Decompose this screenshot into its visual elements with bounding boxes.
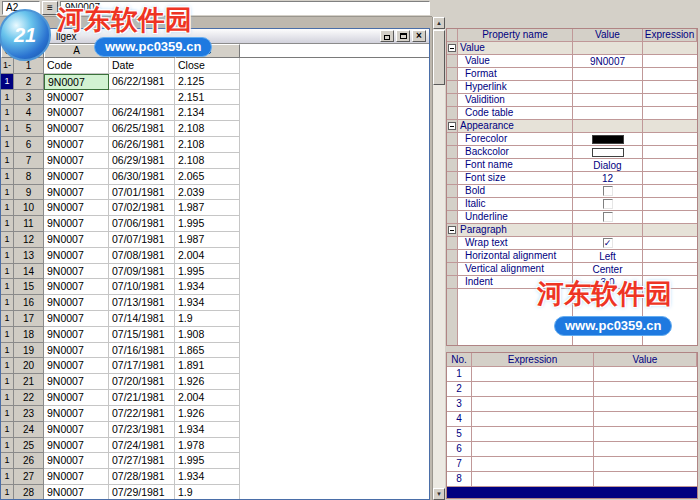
cell-close[interactable]: 1.891 — [175, 358, 240, 374]
property-row[interactable]: Value9N0007 — [447, 55, 697, 68]
row-number[interactable]: 24 — [14, 422, 44, 438]
cell-code[interactable]: 9N0007 — [44, 169, 109, 185]
row-number[interactable]: 16 — [14, 295, 44, 311]
cell-close[interactable]: 2.108 — [175, 137, 240, 153]
property-name[interactable]: Appearance — [458, 120, 573, 133]
property-value[interactable] — [573, 107, 643, 120]
row-number[interactable]: 5 — [14, 121, 44, 137]
outline-cell[interactable]: 1 — [1, 105, 14, 121]
expr-row-number[interactable]: 2 — [447, 382, 472, 397]
cell-date[interactable]: 07/23/1981 — [109, 422, 175, 438]
property-row[interactable]: Underline — [447, 211, 697, 224]
property-value[interactable] — [573, 133, 643, 146]
outline-cell[interactable]: 1 — [1, 311, 14, 327]
property-row[interactable]: Backcolor — [447, 146, 697, 159]
property-value[interactable]: Center — [573, 263, 643, 276]
property-value[interactable]: 12 — [573, 172, 643, 185]
outline-cell[interactable]: 1 — [1, 469, 14, 485]
cell-date[interactable]: 07/02/1981 — [109, 200, 175, 216]
scrollbar-thumb[interactable] — [433, 30, 445, 85]
cell-code[interactable]: 9N0007 — [44, 248, 109, 264]
property-name[interactable]: Italic — [458, 198, 573, 211]
property-row[interactable]: Font nameDialog — [447, 159, 697, 172]
property-row[interactable]: Format — [447, 68, 697, 81]
formula-input[interactable]: 9N0007 — [60, 1, 430, 15]
expr-value-cell[interactable] — [594, 487, 697, 499]
cell-code[interactable]: 9N0007 — [44, 185, 109, 201]
property-name[interactable]: Backcolor — [458, 146, 573, 159]
cell-date[interactable]: 07/08/1981 — [109, 248, 175, 264]
property-name[interactable]: Wrap text — [458, 237, 573, 250]
row-number[interactable]: 2 — [14, 74, 44, 90]
cell-code[interactable]: 9N0007 — [44, 153, 109, 169]
formula-menu-button[interactable]: ≡ — [42, 1, 58, 15]
row-number[interactable]: 6 — [14, 137, 44, 153]
row-number[interactable]: 1 — [14, 58, 44, 74]
outline-cell[interactable]: 1 — [1, 358, 14, 374]
cell-date[interactable]: 07/29/1981 — [109, 485, 175, 499]
property-value[interactable] — [573, 198, 643, 211]
expr-value-cell[interactable] — [594, 427, 697, 442]
property-row[interactable]: Validition — [447, 94, 697, 107]
cell-date[interactable]: 07/27/1981 — [109, 453, 175, 469]
property-row[interactable]: Vertical alignmentCenter — [447, 263, 697, 276]
outline-cell[interactable]: 1 — [1, 121, 14, 137]
row-number[interactable]: 9 — [14, 185, 44, 201]
cell-code[interactable]: 9N0007 — [44, 327, 109, 343]
cell-code[interactable]: 9N0007 — [44, 453, 109, 469]
cell-date[interactable]: 07/06/1981 — [109, 216, 175, 232]
cell-code[interactable]: 9N0007 — [44, 200, 109, 216]
outline-cell[interactable]: 1 — [1, 453, 14, 469]
property-value[interactable] — [573, 146, 643, 159]
restore-button[interactable] — [380, 30, 394, 42]
row-number[interactable]: 25 — [14, 438, 44, 454]
property-name[interactable]: Code table — [458, 107, 573, 120]
expr-value-cell[interactable] — [594, 442, 697, 457]
collapse-icon[interactable] — [448, 226, 456, 234]
row-number-corner[interactable] — [14, 44, 44, 58]
cell-date[interactable]: 07/17/1981 — [109, 358, 175, 374]
property-name[interactable]: Font name — [458, 159, 573, 172]
cell-code[interactable]: 9N0007 — [44, 279, 109, 295]
color-swatch[interactable] — [592, 135, 624, 144]
cell-date[interactable]: 07/10/1981 — [109, 279, 175, 295]
cell-code[interactable]: 9N0007 — [44, 390, 109, 406]
expr-value-cell[interactable] — [594, 382, 697, 397]
cell-date[interactable]: 06/25/1981 — [109, 121, 175, 137]
expr-expression-cell[interactable] — [472, 367, 594, 382]
cell-close[interactable]: 1.978 — [175, 438, 240, 454]
cell-close[interactable]: 1.908 — [175, 327, 240, 343]
row-number[interactable]: 21 — [14, 374, 44, 390]
cell-code[interactable]: 9N0007 — [44, 121, 109, 137]
property-name[interactable]: Hyperlink — [458, 81, 573, 94]
property-header-1[interactable]: Value — [573, 29, 643, 42]
expr-expression-cell[interactable] — [472, 427, 594, 442]
expression-row[interactable]: 3 — [447, 397, 697, 412]
property-name[interactable]: Bold — [458, 185, 573, 198]
expression-row[interactable]: 7 — [447, 457, 697, 472]
maximize-button[interactable] — [396, 30, 410, 42]
expression-row[interactable]: 4 — [447, 412, 697, 427]
outline-cell[interactable]: 1 — [1, 232, 14, 248]
property-value[interactable]: ✓ — [573, 237, 643, 250]
property-value[interactable] — [573, 120, 643, 133]
row-number[interactable]: 11 — [14, 216, 44, 232]
property-expression[interactable] — [643, 237, 697, 250]
outline-corner-header[interactable]: 0 — [1, 44, 14, 58]
checkbox[interactable]: ✓ — [603, 238, 613, 248]
row-number[interactable]: 15 — [14, 279, 44, 295]
property-expression[interactable] — [643, 250, 697, 263]
cell-date[interactable]: 06/29/1981 — [109, 153, 175, 169]
expression-row[interactable] — [447, 487, 697, 499]
column-header-c[interactable]: C — [175, 44, 240, 58]
scroll-up-button[interactable]: ▲ — [433, 17, 445, 29]
row-number[interactable]: 17 — [14, 311, 44, 327]
property-name[interactable]: Forecolor — [458, 133, 573, 146]
cell-code[interactable]: 9N0007 — [44, 264, 109, 280]
property-name[interactable]: Vertical alignment — [458, 263, 573, 276]
property-gutter[interactable] — [447, 42, 458, 55]
cell-close[interactable]: 2.004 — [175, 248, 240, 264]
cell-date[interactable]: Date — [109, 58, 175, 74]
property-value[interactable] — [573, 185, 643, 198]
expr-row-number[interactable]: 1 — [447, 367, 472, 382]
